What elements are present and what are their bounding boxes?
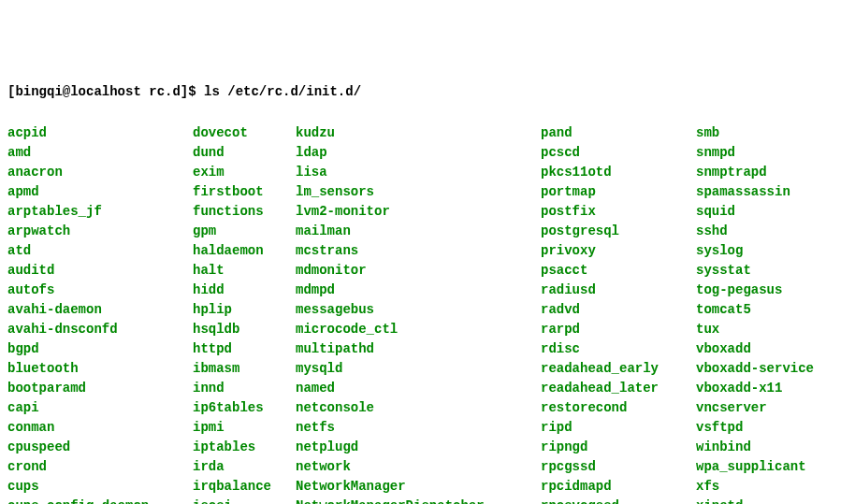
file-entry: amd bbox=[7, 143, 193, 163]
file-entry: hsqldb bbox=[193, 320, 296, 339]
file-entry: kudzu bbox=[296, 123, 541, 143]
file-entry: syslog bbox=[696, 241, 814, 261]
file-entry: mdmonitor bbox=[296, 261, 541, 281]
file-entry: iscsi bbox=[193, 497, 296, 504]
file-entry: halt bbox=[193, 261, 296, 281]
file-entry: smb bbox=[696, 123, 814, 143]
file-entry: squid bbox=[696, 202, 814, 222]
column-5: smbsnmpdsnmptrapdspamassassinsquidsshdsy… bbox=[696, 123, 814, 504]
file-entry: privoxy bbox=[541, 241, 696, 261]
file-entry: readahead_later bbox=[541, 379, 696, 398]
file-entry: arpwatch bbox=[7, 222, 193, 241]
file-entry: tux bbox=[696, 320, 814, 339]
file-entry: mcstrans bbox=[296, 241, 541, 261]
file-entry: crond bbox=[7, 457, 193, 477]
file-entry: messagebus bbox=[296, 300, 541, 320]
file-entry: ripd bbox=[541, 418, 696, 438]
file-entry: avahi-daemon bbox=[7, 300, 193, 320]
file-entry: rarpd bbox=[541, 320, 696, 339]
file-entry: netplugd bbox=[296, 438, 541, 457]
file-entry: mailman bbox=[296, 222, 541, 241]
file-entry: radvd bbox=[541, 300, 696, 320]
file-entry: vsftpd bbox=[696, 418, 814, 438]
file-entry: psacct bbox=[541, 261, 696, 281]
file-entry: ip6tables bbox=[193, 398, 296, 418]
file-entry: mdmpd bbox=[296, 281, 541, 300]
file-entry: winbind bbox=[696, 438, 814, 457]
file-entry: snmpd bbox=[696, 143, 814, 163]
file-entry: pkcs11otd bbox=[541, 163, 696, 182]
column-4: pandpcscdpkcs11otdportmappostfixpostgres… bbox=[541, 123, 696, 504]
file-entry: irda bbox=[193, 457, 296, 477]
file-entry: rpcsvcgssd bbox=[541, 497, 696, 504]
file-entry: pcscd bbox=[541, 143, 696, 163]
file-entry: netconsole bbox=[296, 398, 541, 418]
file-entry: spamassassin bbox=[696, 182, 814, 202]
file-entry: vboxadd-service bbox=[696, 359, 814, 379]
column-3: kudzuldaplisalm_sensorslvm2-monitormailm… bbox=[296, 123, 541, 504]
file-entry: NetworkManagerDispatcher bbox=[296, 497, 541, 504]
file-entry: rpcgssd bbox=[541, 457, 696, 477]
file-entry: rdisc bbox=[541, 339, 696, 359]
file-entry: autofs bbox=[7, 281, 193, 300]
file-entry: auditd bbox=[7, 261, 193, 281]
file-entry: microcode_ctl bbox=[296, 320, 541, 339]
file-entry: portmap bbox=[541, 182, 696, 202]
file-entry: cpuspeed bbox=[7, 438, 193, 457]
file-entry: tomcat5 bbox=[696, 300, 814, 320]
file-entry: avahi-dnsconfd bbox=[7, 320, 193, 339]
file-entry: sshd bbox=[696, 222, 814, 241]
file-entry: readahead_early bbox=[541, 359, 696, 379]
file-entry: sysstat bbox=[696, 261, 814, 281]
file-entry: wpa_supplicant bbox=[696, 457, 814, 477]
file-entry: atd bbox=[7, 241, 193, 261]
file-entry: anacron bbox=[7, 163, 193, 182]
file-entry: xinetd bbox=[696, 497, 814, 504]
file-entry: functions bbox=[193, 202, 296, 222]
file-entry: lisa bbox=[296, 163, 541, 182]
shell-prompt: [bingqi@localhost rc.d]$ ls /etc/rc.d/in… bbox=[7, 82, 848, 102]
column-2: dovecotdundeximfirstbootfunctionsgpmhald… bbox=[193, 123, 296, 504]
file-entry: mysqld bbox=[296, 359, 541, 379]
file-entry: ripngd bbox=[541, 438, 696, 457]
file-entry: lm_sensors bbox=[296, 182, 541, 202]
file-entry: named bbox=[296, 379, 541, 398]
file-entry: bluetooth bbox=[7, 359, 193, 379]
file-entry: dund bbox=[193, 143, 296, 163]
file-entry: network bbox=[296, 457, 541, 477]
file-entry: radiusd bbox=[541, 281, 696, 300]
file-entry: firstboot bbox=[193, 182, 296, 202]
file-entry: conman bbox=[7, 418, 193, 438]
file-entry: ibmasm bbox=[193, 359, 296, 379]
file-entry: acpid bbox=[7, 123, 193, 143]
file-entry: vboxadd bbox=[696, 339, 814, 359]
file-entry: gpm bbox=[193, 222, 296, 241]
file-entry: NetworkManager bbox=[296, 477, 541, 497]
file-entry: arptables_jf bbox=[7, 202, 193, 222]
file-entry: cups-config-daemon bbox=[7, 497, 193, 504]
file-entry: multipathd bbox=[296, 339, 541, 359]
file-entry: snmptrapd bbox=[696, 163, 814, 182]
file-entry: postgresql bbox=[541, 222, 696, 241]
file-entry: restorecond bbox=[541, 398, 696, 418]
file-entry: tog-pegasus bbox=[696, 281, 814, 300]
column-1: acpidamdanacronapmdarptables_jfarpwatcha… bbox=[7, 123, 193, 504]
file-entry: vncserver bbox=[696, 398, 814, 418]
file-entry: netfs bbox=[296, 418, 541, 438]
file-entry: dovecot bbox=[193, 123, 296, 143]
file-entry: irqbalance bbox=[193, 477, 296, 497]
file-entry: exim bbox=[193, 163, 296, 182]
file-entry: bootparamd bbox=[7, 379, 193, 398]
file-entry: rpcidmapd bbox=[541, 477, 696, 497]
file-entry: vboxadd-x11 bbox=[696, 379, 814, 398]
file-entry: ldap bbox=[296, 143, 541, 163]
ls-output: acpidamdanacronapmdarptables_jfarpwatcha… bbox=[7, 123, 848, 504]
file-entry: capi bbox=[7, 398, 193, 418]
file-entry: ipmi bbox=[193, 418, 296, 438]
file-entry: innd bbox=[193, 379, 296, 398]
file-entry: bgpd bbox=[7, 339, 193, 359]
file-entry: postfix bbox=[541, 202, 696, 222]
file-entry: cups bbox=[7, 477, 193, 497]
file-entry: hidd bbox=[193, 281, 296, 300]
file-entry: apmd bbox=[7, 182, 193, 202]
